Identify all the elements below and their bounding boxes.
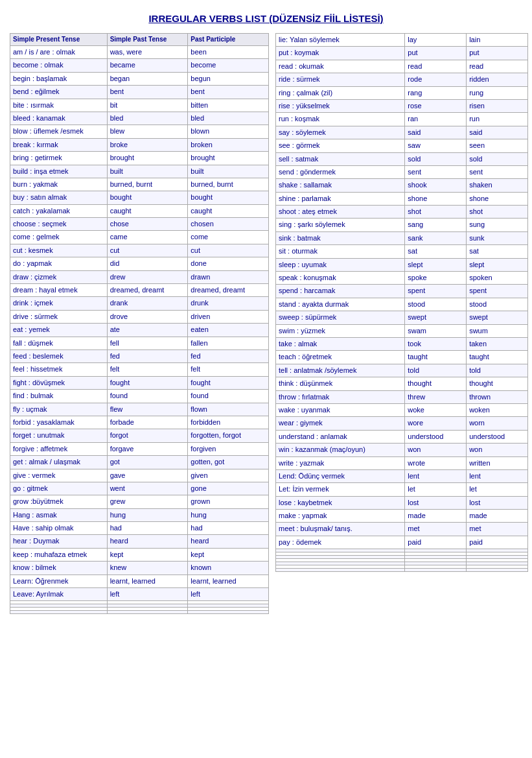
table-row: build : inşa etmekbuiltbuilt bbox=[10, 165, 269, 178]
table-row: Let: İzin vermekletlet bbox=[276, 483, 528, 496]
table-row: sell : satmaksoldsold bbox=[276, 152, 528, 165]
table-cell: drink : içmek bbox=[10, 297, 108, 310]
table-cell: made bbox=[405, 510, 467, 523]
table-cell: know : bilmek bbox=[10, 562, 108, 574]
table-row: buy : satın almakboughtbought bbox=[10, 191, 269, 204]
table-cell: forgive : affetmek bbox=[10, 442, 108, 455]
table-cell: bought bbox=[188, 191, 269, 204]
table-cell: read bbox=[467, 60, 528, 73]
table-cell: catch : yakalamak bbox=[10, 204, 108, 217]
table-row: write : yazmakwrotewritten bbox=[276, 456, 528, 469]
table-cell: cut bbox=[107, 244, 188, 257]
table-cell: sunk bbox=[467, 231, 528, 244]
table-cell: taught bbox=[405, 351, 467, 364]
table-row: feel : hissetmekfeltfelt bbox=[10, 363, 269, 376]
table-row: forbid : yasaklamakforbadeforbidden bbox=[10, 416, 269, 429]
table-cell: forbid : yasaklamak bbox=[10, 416, 108, 429]
table-cell: sat bbox=[405, 245, 467, 258]
table-cell: came bbox=[107, 231, 188, 244]
table-cell: sing : şarkı söylemek bbox=[276, 219, 405, 231]
table-row: am / is / are : olmakwas, werebeen bbox=[10, 46, 269, 59]
table-cell bbox=[276, 569, 405, 572]
table-cell: take : almak bbox=[276, 337, 405, 350]
table-cell: stood bbox=[405, 298, 467, 311]
table-cell: sent bbox=[467, 165, 528, 178]
table-row: Learn: Öğrenmeklearnt, learnedlearnt, le… bbox=[10, 574, 269, 587]
table-cell: felt bbox=[188, 363, 269, 376]
table-cell: kept bbox=[107, 548, 188, 561]
table-row: put : koymakputput bbox=[276, 47, 528, 60]
table-cell: gotten, got bbox=[188, 456, 269, 469]
table-row: meet : buluşmak/ tanış.metmet bbox=[276, 523, 528, 536]
table-cell: dreamed, dreamt bbox=[107, 284, 188, 297]
table-cell: feed : beslemek bbox=[10, 349, 108, 362]
table-cell: woke bbox=[405, 403, 467, 416]
table-cell: bring : getirmek bbox=[10, 152, 108, 165]
table-cell: lost bbox=[405, 496, 467, 509]
table-cell: shook bbox=[405, 179, 467, 192]
table-row: take : almaktooktaken bbox=[276, 337, 528, 350]
table-cell: fought bbox=[107, 376, 188, 389]
table-cell: flown bbox=[188, 403, 269, 416]
table-row: get : almak / ulaşmakgotgotten, got bbox=[10, 456, 269, 469]
table-cell: drunk bbox=[188, 297, 269, 310]
table-row: hear : Duymakheardheard bbox=[10, 535, 269, 548]
table-cell: sang bbox=[405, 219, 467, 231]
table-row: pay : ödemekpaidpaid bbox=[276, 536, 528, 549]
table-cell: lose : kaybetmek bbox=[276, 496, 405, 509]
table-cell: do : yapmak bbox=[10, 257, 108, 270]
page-title: IRREGULAR VERBS LIST (DÜZENSİZ FİİL LİST… bbox=[10, 13, 522, 24]
table-cell: make : yapmak bbox=[276, 510, 405, 523]
table-cell: took bbox=[405, 337, 467, 350]
table-cell: slept bbox=[405, 258, 467, 271]
table-cell: won bbox=[467, 444, 528, 456]
table-row: keep : muhafaza etmekkeptkept bbox=[10, 548, 269, 561]
table-cell: done bbox=[188, 257, 269, 270]
table-cell: thrown bbox=[467, 390, 528, 403]
table-cell: read bbox=[405, 60, 467, 73]
table-row: run : koşmakranrun bbox=[276, 113, 528, 126]
table-cell: thought bbox=[405, 377, 467, 390]
table-cell: forgot bbox=[107, 429, 188, 442]
table-cell: left bbox=[188, 588, 269, 601]
table-row: Hang : asmakhunghung bbox=[10, 508, 269, 521]
table-cell: known bbox=[188, 562, 269, 574]
table-cell: lay bbox=[405, 34, 467, 47]
table-row: burn : yakmakburned, burntburned, burnt bbox=[10, 178, 269, 191]
table-row: stand : ayakta durmakstoodstood bbox=[276, 298, 528, 311]
table-row: teach : öğretmektaughttaught bbox=[276, 351, 528, 364]
table-row: win : kazanmak (maç/oyun)wonwon bbox=[276, 444, 528, 456]
table-cell: speak : konuşmak bbox=[276, 272, 405, 285]
table-row: Have : sahip olmakhadhad bbox=[10, 522, 269, 535]
table-cell: choose : seçmek bbox=[10, 218, 108, 231]
table-cell: write : yazmak bbox=[276, 456, 405, 469]
table-cell: think : düşünmek bbox=[276, 377, 405, 390]
table-cell: learnt, learned bbox=[188, 574, 269, 587]
table-cell: spoken bbox=[467, 272, 528, 285]
table-cell: wore bbox=[405, 417, 467, 430]
table-cell: shaken bbox=[467, 179, 528, 192]
table-cell: bend : eğilmek bbox=[10, 86, 108, 99]
table-cell: made bbox=[467, 510, 528, 523]
table-cell: found bbox=[107, 390, 188, 403]
left-table: Simple Present Tense Simple Past Tense P… bbox=[10, 33, 269, 614]
table-cell: brought bbox=[188, 152, 269, 165]
table-cell: forgotten, forgot bbox=[188, 429, 269, 442]
table-row: understand : anlamakunderstoodunderstood bbox=[276, 430, 528, 443]
table-cell: kept bbox=[188, 548, 269, 561]
table-cell: cut bbox=[188, 244, 269, 257]
table-cell: drank bbox=[107, 297, 188, 310]
table-cell: stood bbox=[467, 298, 528, 311]
table-row: grow :büyütmekgrewgrown bbox=[10, 495, 269, 508]
table-cell: sleep : uyumak bbox=[276, 258, 405, 271]
table-row bbox=[10, 611, 269, 614]
table-cell: go : gitmek bbox=[10, 482, 108, 495]
table-row: bend : eğilmekbentbent bbox=[10, 86, 269, 99]
table-row: forget : unutmakforgotforgotten, forgot bbox=[10, 429, 269, 442]
table-cell: eat : yemek bbox=[10, 324, 108, 337]
table-cell: understand : anlamak bbox=[276, 430, 405, 443]
table-row: bleed : kanamakbledbled bbox=[10, 112, 269, 124]
table-row: spend : harcamakspentspent bbox=[276, 285, 528, 298]
table-cell: swim : yüzmek bbox=[276, 324, 405, 337]
table-cell: wrote bbox=[405, 456, 467, 469]
